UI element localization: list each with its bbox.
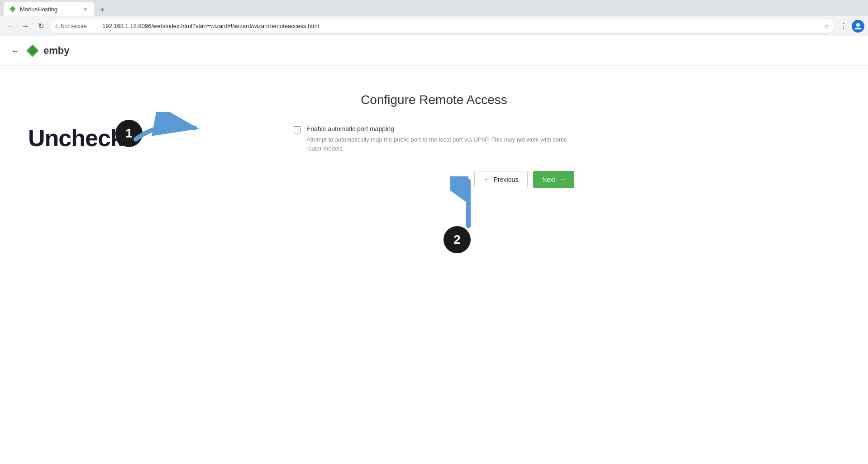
wizard-title: Configure Remote Access: [294, 93, 574, 107]
security-indicator: ⚠ Not secure: [54, 23, 87, 29]
uncheck-text: Uncheck: [28, 125, 123, 151]
tab-favicon: [9, 5, 16, 13]
option-description: Attempt to automatically map the public …: [306, 135, 574, 153]
bookmark-icon[interactable]: ☆: [824, 23, 830, 30]
address-bar-row: ← → ↻ ⚠ Not secure 192.168.1.18:8096/web…: [0, 16, 868, 36]
arrow-2: [450, 176, 486, 232]
svg-marker-0: [10, 6, 16, 12]
wizard-nav: ← Previous Next →: [276, 171, 592, 188]
arrow-2-svg: [450, 176, 486, 231]
new-tab-button[interactable]: +: [96, 4, 109, 16]
option-label: Enable automatic port mapping: [306, 125, 574, 133]
address-bar: ⚠ Not secure 192.168.1.18:8096/web/index…: [50, 19, 835, 33]
wizard-content: Configure Remote Access Enable automatic…: [276, 93, 592, 153]
active-tab[interactable]: MariusHosting ✕: [4, 2, 94, 16]
arrow-1: [131, 112, 204, 150]
emby-logo-icon: [25, 43, 40, 58]
step-2-number: 2: [453, 232, 461, 247]
arrow-1-svg: [131, 112, 204, 148]
app-nav: ← emby: [0, 36, 868, 66]
tab-bar: MariusHosting ✕ +: [0, 0, 868, 16]
tab-title: MariusHosting: [20, 6, 78, 13]
next-label: Next: [542, 176, 555, 183]
browser-chrome: MariusHosting ✕ + ← → ↻ ⚠ Not secure 192…: [0, 0, 868, 36]
tab-close-button[interactable]: ✕: [81, 5, 89, 13]
app-back-button[interactable]: ←: [11, 46, 20, 56]
port-mapping-checkbox[interactable]: [294, 126, 301, 133]
extensions-button[interactable]: ⋮: [837, 20, 850, 33]
next-arrow-icon: →: [559, 176, 565, 183]
previous-label: Previous: [494, 176, 518, 183]
next-button[interactable]: Next →: [533, 171, 574, 188]
browser-actions: ⋮: [837, 20, 864, 33]
logo-area: emby: [25, 43, 69, 58]
port-mapping-option: Enable automatic port mapping Attempt to…: [294, 125, 574, 153]
uncheck-annotation: Uncheck: [28, 124, 123, 152]
profile-icon: [854, 22, 862, 30]
url-text: 192.168.1.18:8096/web/index.html?start=w…: [102, 23, 818, 29]
logo-text: emby: [43, 45, 69, 57]
profile-button[interactable]: [852, 20, 864, 33]
svg-point-1: [856, 23, 860, 27]
option-text-area: Enable automatic port mapping Attempt to…: [306, 125, 574, 153]
reload-button[interactable]: ↻: [34, 20, 47, 33]
page-content: ← emby Configure Remote Access Enable au…: [0, 36, 868, 447]
back-button[interactable]: ←: [4, 20, 16, 33]
forward-button[interactable]: →: [19, 20, 32, 33]
